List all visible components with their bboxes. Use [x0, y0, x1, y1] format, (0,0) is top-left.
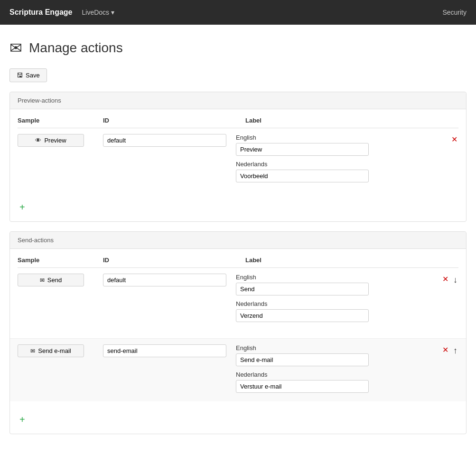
- preview-sample-label-0: Preview: [44, 137, 66, 144]
- preview-actions-body: Sample ID Label 👁 Preview English: [10, 109, 466, 221]
- envelope-icon: ✉: [9, 39, 22, 57]
- send-id-col-0: [103, 274, 226, 286]
- page-content: ✉ Manage actions 🖫 Save Preview-actions …: [0, 25, 476, 458]
- save-label: Save: [26, 72, 40, 79]
- page-title-row: ✉ Manage actions: [9, 39, 467, 57]
- preview-action-row-0: 👁 Preview English Nederlands: [18, 134, 458, 191]
- send-col-id-header: ID: [103, 257, 236, 264]
- preview-lang-nl-0: Nederlands: [236, 161, 447, 168]
- send-label-section-1: English Nederlands: [236, 344, 438, 398]
- send-id-col-1: [103, 344, 226, 357]
- send-label-row-nl-1: Nederlands: [236, 371, 438, 393]
- send-sample-label-1: Send e-mail: [38, 347, 71, 354]
- send-lang-nl-1: Nederlands: [236, 371, 438, 378]
- send-move-up-button-1[interactable]: ↑: [452, 345, 458, 356]
- preview-id-col-0: [103, 134, 226, 147]
- send-action-controls-0: ✕ ↓: [441, 274, 458, 285]
- send-sample-button-0[interactable]: ✉ Send: [18, 274, 84, 286]
- preview-label-input-en-0[interactable]: [236, 143, 369, 156]
- navbar-brand: Scriptura Engage: [9, 8, 72, 17]
- save-button[interactable]: 🖫 Save: [9, 68, 47, 82]
- preview-label-row-nl-0: Nederlands: [236, 161, 447, 182]
- send-action-row-1: ✉ Send e-mail English Nederlands: [10, 338, 466, 401]
- preview-col-id-header: ID: [103, 117, 236, 124]
- send-label-row-nl-0: Nederlands: [236, 300, 438, 322]
- navbar: Scriptura Engage LiveDocs ▾ Security: [0, 0, 476, 25]
- send-action-controls-1: ✕ ↑: [441, 344, 458, 356]
- send-label-input-nl-1[interactable]: [236, 380, 369, 393]
- send-lang-nl-0: Nederlands: [236, 300, 438, 307]
- preview-action-controls-0: ✕: [450, 134, 458, 144]
- send-actions-panel: Send-actions Sample ID Label ✉ Send: [9, 231, 467, 434]
- send-action-row-0: ✉ Send English Nederlands: [18, 274, 458, 331]
- navbar-left: Scriptura Engage LiveDocs ▾: [9, 8, 114, 17]
- send-id-input-1[interactable]: [103, 344, 226, 357]
- send-actions-body: Sample ID Label ✉ Send English: [10, 249, 466, 434]
- preview-add-button[interactable]: +: [18, 200, 27, 214]
- livedocs-label: LiveDocs: [82, 9, 109, 16]
- send-delete-button-1[interactable]: ✕: [441, 345, 449, 355]
- preview-actions-panel: Preview-actions Sample ID Label 👁 Previe…: [9, 92, 467, 222]
- preview-label-input-nl-0[interactable]: [236, 170, 369, 182]
- send-label-row-en-0: English: [236, 274, 438, 295]
- send-column-headers: Sample ID Label: [18, 257, 458, 268]
- send-sample-col-0: ✉ Send: [18, 274, 93, 286]
- send-lang-en-1: English: [236, 344, 438, 352]
- preview-column-headers: Sample ID Label: [18, 117, 458, 128]
- preview-col-label-header: Label: [245, 117, 458, 124]
- preview-actions-header: Preview-actions: [10, 92, 466, 109]
- send-actions-header: Send-actions: [10, 232, 466, 249]
- preview-lang-en-0: English: [236, 134, 447, 141]
- preview-id-input-0[interactable]: [103, 134, 226, 147]
- send-add-button[interactable]: +: [18, 413, 27, 426]
- send-sample-col-1: ✉ Send e-mail: [18, 344, 93, 357]
- preview-sample-col-0: 👁 Preview: [18, 134, 93, 147]
- preview-label-row-en-0: English: [236, 134, 447, 156]
- send-label-row-en-1: English: [236, 344, 438, 366]
- send-col-label-header: Label: [245, 257, 458, 264]
- send-label-input-nl-0[interactable]: [236, 309, 369, 322]
- send-id-input-0[interactable]: [103, 274, 226, 286]
- preview-col-sample-header: Sample: [18, 117, 93, 124]
- send-col-sample-header: Sample: [18, 257, 93, 264]
- preview-delete-button-0[interactable]: ✕: [450, 135, 458, 144]
- send-delete-button-0[interactable]: ✕: [441, 275, 449, 284]
- send-lang-en-0: English: [236, 274, 438, 281]
- send-label-input-en-0[interactable]: [236, 283, 369, 295]
- navbar-livedocs[interactable]: LiveDocs ▾: [82, 9, 114, 16]
- envelope-icon-send-1: ✉: [30, 348, 35, 354]
- eye-icon: 👁: [35, 137, 41, 144]
- livedocs-dropdown-icon: ▾: [111, 9, 114, 16]
- preview-sample-button-0[interactable]: 👁 Preview: [18, 134, 84, 147]
- envelope-icon-send-0: ✉: [40, 277, 45, 284]
- preview-label-section-0: English Nederlands: [236, 134, 447, 187]
- send-label-section-0: English Nederlands: [236, 274, 438, 327]
- page-title: Manage actions: [29, 40, 123, 56]
- send-move-down-button-0[interactable]: ↓: [452, 275, 458, 285]
- send-sample-button-1[interactable]: ✉ Send e-mail: [18, 344, 84, 357]
- navbar-security[interactable]: Security: [442, 9, 467, 16]
- save-icon: 🖫: [17, 72, 23, 79]
- send-sample-label-0: Send: [47, 276, 62, 284]
- send-label-input-en-1[interactable]: [236, 353, 369, 366]
